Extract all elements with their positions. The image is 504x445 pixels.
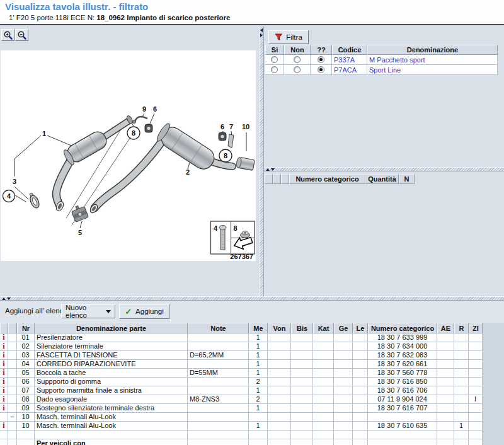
- cell-note[interactable]: [188, 431, 249, 439]
- cell-me[interactable]: 1: [249, 369, 268, 378]
- filter-row[interactable]: P337AM Pacchetto sport: [265, 55, 498, 65]
- cell-ge[interactable]: [334, 360, 353, 369]
- cell-nr[interactable]: 10: [17, 422, 35, 431]
- cell-r[interactable]: [454, 386, 469, 395]
- cell-dash[interactable]: [8, 360, 17, 369]
- cell-le[interactable]: [353, 422, 368, 431]
- cell-ae[interactable]: [437, 351, 454, 360]
- cell-me[interactable]: [249, 439, 268, 445]
- cell-numero[interactable]: 07 11 9 904 024: [368, 395, 437, 404]
- cell-nr[interactable]: 08: [17, 395, 35, 404]
- cell-zi[interactable]: [469, 422, 483, 431]
- cell-zi[interactable]: I: [469, 395, 483, 404]
- cell-denominazione[interactable]: [35, 431, 188, 439]
- filter-name-link[interactable]: M Pacchetto sport: [367, 55, 498, 65]
- cell-von[interactable]: [268, 422, 291, 431]
- cell-denominazione[interactable]: Sostegno silenziatore terminale destra: [35, 404, 188, 413]
- cell-r[interactable]: 1: [454, 422, 469, 431]
- main-horizontal-splitter[interactable]: [0, 296, 504, 301]
- table-row[interactable]: i01Presilenziatore118 30 7 633 999: [0, 333, 504, 342]
- table-row[interactable]: i09Sostegno silenziatore terminale destr…: [0, 404, 504, 413]
- cell-note[interactable]: [188, 413, 249, 422]
- cell-nr[interactable]: [17, 431, 35, 439]
- cell-ae[interactable]: [437, 431, 454, 439]
- callout-5[interactable]: 5: [78, 229, 82, 236]
- cell-nr[interactable]: 09: [17, 404, 35, 413]
- info-cell[interactable]: i: [0, 351, 8, 360]
- collapse-up-icon[interactable]: [266, 168, 270, 171]
- cell-ae[interactable]: [437, 369, 454, 378]
- list-dropdown[interactable]: Nuovo elenco: [61, 304, 115, 318]
- cell-note[interactable]: [188, 404, 249, 413]
- cell-ae[interactable]: [437, 404, 454, 413]
- cell-r[interactable]: [454, 378, 469, 386]
- cell-von[interactable]: [268, 431, 291, 439]
- cell-von[interactable]: [268, 360, 291, 369]
- cell-r[interactable]: [454, 369, 469, 378]
- zoom-in-button[interactable]: [1, 29, 14, 41]
- cell-denominazione[interactable]: Silenziatore terminale: [35, 342, 188, 351]
- cell-bis[interactable]: [291, 333, 313, 342]
- info-icon[interactable]: i: [3, 395, 4, 403]
- table-row[interactable]: [0, 431, 504, 439]
- cell-bis[interactable]: [291, 342, 313, 351]
- cell-me[interactable]: 1: [249, 351, 268, 360]
- collapse-right-icon[interactable]: [260, 33, 263, 37]
- table-row[interactable]: i05Boccola a tacheD=55MM118 30 7 560 778: [0, 369, 504, 378]
- info-cell[interactable]: i: [0, 395, 8, 404]
- cell-dash[interactable]: [8, 404, 17, 413]
- cell-r[interactable]: [454, 431, 469, 439]
- cell-kat[interactable]: [313, 404, 334, 413]
- cell-dash[interactable]: −: [8, 413, 17, 422]
- circled-callout-4[interactable]: 4: [3, 190, 15, 202]
- cell-ae[interactable]: [437, 378, 454, 386]
- cell-ge[interactable]: [334, 333, 353, 342]
- cell-nr[interactable]: 01: [17, 333, 35, 342]
- cell-ge[interactable]: [334, 386, 353, 395]
- info-icon[interactable]: i: [3, 404, 4, 412]
- cell-le[interactable]: [353, 395, 368, 404]
- info-cell[interactable]: i: [0, 378, 8, 386]
- cell-le[interactable]: [353, 333, 368, 342]
- cell-nr[interactable]: 10: [17, 413, 35, 422]
- cell-le[interactable]: [353, 439, 368, 445]
- cell-le[interactable]: [353, 378, 368, 386]
- cell-bis[interactable]: [291, 369, 313, 378]
- cell-kat[interactable]: [313, 333, 334, 342]
- cell-dash[interactable]: [8, 369, 17, 378]
- callout-6-right[interactable]: 6: [220, 123, 224, 130]
- info-icon[interactable]: i: [3, 333, 4, 342]
- cell-note[interactable]: [188, 333, 249, 342]
- cell-note[interactable]: [188, 439, 249, 445]
- illustration-canvas[interactable]: 1 3 5 9 6 2 6 7 10 8 8: [1, 50, 256, 261]
- filter-name-link[interactable]: Sport Line: [367, 65, 498, 75]
- cell-dash[interactable]: [8, 386, 17, 395]
- cell-denominazione[interactable]: FASCETTA DI TENSIONE: [35, 351, 188, 360]
- cell-nr[interactable]: [17, 439, 35, 445]
- cell-kat[interactable]: [313, 378, 334, 386]
- cell-kat[interactable]: [313, 395, 334, 404]
- table-row[interactable]: i04CORREDO RIPARAZIONEVITE118 30 7 620 6…: [0, 360, 504, 369]
- cell-note[interactable]: M8-ZNS3: [188, 395, 249, 404]
- cell-le[interactable]: [353, 404, 368, 413]
- cell-denominazione[interactable]: Suppporto di gomma: [35, 378, 188, 386]
- cell-nr[interactable]: 07: [17, 386, 35, 395]
- info-cell[interactable]: i: [0, 360, 8, 369]
- cell-zi[interactable]: [469, 342, 483, 351]
- cell-me[interactable]: 1: [249, 386, 268, 395]
- callout-6-left[interactable]: 6: [153, 105, 157, 113]
- cell-dash[interactable]: [8, 439, 17, 445]
- info-cell[interactable]: [0, 439, 8, 445]
- cell-dash[interactable]: [8, 333, 17, 342]
- right-horizontal-splitter[interactable]: [264, 167, 504, 171]
- cell-dash[interactable]: [8, 342, 17, 351]
- cell-denominazione[interactable]: Presilenziatore: [35, 333, 188, 342]
- cell-zi[interactable]: [469, 413, 483, 422]
- table-row[interactable]: i02Silenziatore terminale118 30 7 634 00…: [0, 342, 504, 351]
- info-icon[interactable]: i: [3, 360, 4, 368]
- cell-bis[interactable]: [291, 351, 313, 360]
- cell-von[interactable]: [268, 351, 291, 360]
- collapse-down-icon[interactable]: [271, 168, 275, 171]
- cell-me[interactable]: 1: [249, 360, 268, 369]
- cell-me[interactable]: 1: [249, 333, 268, 342]
